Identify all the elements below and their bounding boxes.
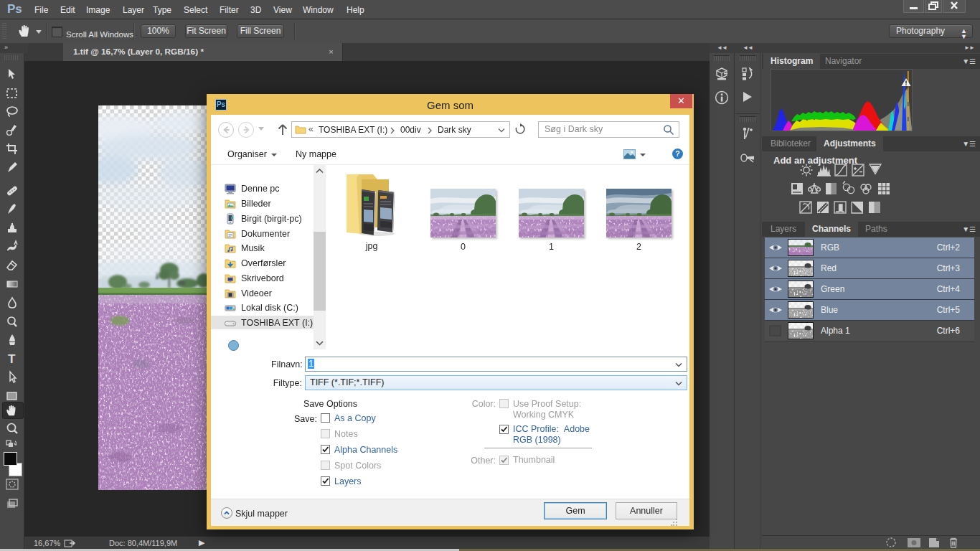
svg-text:T: T [8, 352, 16, 366]
